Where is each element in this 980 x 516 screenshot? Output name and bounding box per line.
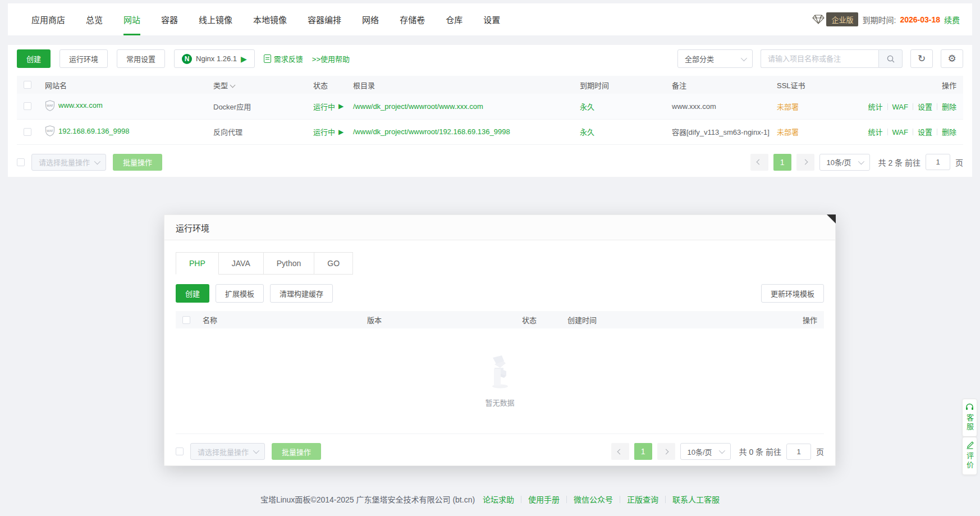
site-name-link[interactable]: WAF www.xxx.com bbox=[45, 100, 103, 111]
nav-compose[interactable]: 容器编排 bbox=[308, 3, 341, 35]
nav-app-store[interactable]: 应用商店 bbox=[31, 3, 65, 35]
modal-next-page-button[interactable] bbox=[657, 443, 675, 460]
footer-separator bbox=[665, 496, 666, 503]
table-row: WAF www.xxx.com Docker应用 运行中 ▶ /www/dk_p… bbox=[17, 94, 963, 119]
main-nav: 应用商店 总览 网站 容器 线上镜像 本地镜像 容器编排 网络 存储卷 仓库 设… bbox=[31, 3, 500, 35]
batch-select-placeholder: 请选择批量操作 bbox=[39, 157, 90, 167]
modal-select-all-checkbox[interactable] bbox=[182, 316, 190, 324]
settings-action[interactable]: 设置 bbox=[918, 103, 932, 111]
waf-action[interactable]: WAF bbox=[892, 128, 908, 136]
nav-overview[interactable]: 总览 bbox=[86, 3, 103, 35]
row-actions: 统计WAF设置删除 bbox=[837, 94, 963, 119]
modal-current-page-button[interactable]: 1 bbox=[634, 443, 652, 460]
stats-action[interactable]: 统计 bbox=[868, 103, 883, 111]
search-input[interactable] bbox=[761, 49, 878, 68]
extend-template-button[interactable]: 扩展模板 bbox=[216, 284, 264, 303]
root-dir-link[interactable]: /www/dk_project/wwwroot/192.168.69.136_9… bbox=[353, 127, 510, 136]
total-count-label: 共 2 条 前往 bbox=[878, 157, 921, 168]
runtime-tabs: PHP JAVA Python GO bbox=[176, 252, 824, 275]
settings-action[interactable]: 设置 bbox=[918, 128, 932, 136]
runtime-env-button[interactable]: 运行环境 bbox=[59, 49, 108, 68]
sort-caret-icon bbox=[230, 82, 236, 88]
table-settings-button[interactable]: ⚙ bbox=[941, 49, 963, 68]
row-checkbox[interactable] bbox=[24, 102, 31, 110]
batch-operation-button[interactable]: 批量操作 bbox=[113, 154, 162, 171]
stats-action[interactable]: 统计 bbox=[868, 128, 883, 136]
remark-value[interactable]: 容器[dify_v113_sm63-nginx-1]自 bbox=[665, 119, 770, 144]
batch-select-all-checkbox[interactable] bbox=[17, 158, 25, 166]
next-page-button[interactable] bbox=[796, 154, 814, 171]
create-site-button[interactable]: 创建 bbox=[17, 49, 51, 68]
renew-link[interactable]: 续费 bbox=[944, 14, 960, 25]
nav-website[interactable]: 网站 bbox=[123, 3, 140, 35]
col-root-dir: 根目录 bbox=[346, 76, 573, 94]
batch-operation-select[interactable]: 请选择批量操作 bbox=[31, 154, 106, 171]
site-status[interactable]: 运行中 ▶ bbox=[313, 101, 344, 112]
modal-page-size-select[interactable]: 10条/页 bbox=[680, 443, 731, 460]
goto-page-input[interactable] bbox=[926, 154, 950, 170]
customer-service-label: 客服 bbox=[964, 414, 975, 432]
site-status[interactable]: 运行中 ▶ bbox=[313, 126, 344, 137]
page-size-value: 10条/页 bbox=[827, 157, 851, 167]
category-filter-select[interactable]: 全部分类 bbox=[677, 49, 753, 68]
site-name-link[interactable]: WAF 192.168.69.136_9998 bbox=[45, 125, 130, 136]
modal-header: 运行环境 bbox=[164, 215, 835, 240]
current-page-button[interactable]: 1 bbox=[773, 154, 791, 171]
empty-text: 暂无数据 bbox=[485, 397, 514, 408]
nav-local-images[interactable]: 本地镜像 bbox=[253, 3, 287, 35]
nav-network[interactable]: 网络 bbox=[362, 3, 379, 35]
row-checkbox[interactable] bbox=[24, 128, 31, 136]
col-type[interactable]: 类型 bbox=[207, 76, 306, 94]
update-env-template-button[interactable]: 更新环境模板 bbox=[761, 284, 824, 303]
feedback-icon bbox=[264, 54, 271, 63]
website-toolbar: 创建 运行环境 常用设置 N Nginx 1.26.1 ▶ 需求反馈 >>使用帮… bbox=[17, 49, 963, 68]
search-button[interactable] bbox=[878, 49, 903, 68]
corner-fold-icon[interactable] bbox=[827, 214, 836, 223]
modal-goto-page-input[interactable] bbox=[786, 444, 811, 460]
waf-action[interactable]: WAF bbox=[892, 103, 908, 111]
waf-shield-text: WAF bbox=[47, 103, 53, 107]
footer-wechat-link[interactable]: 微信公众号 bbox=[574, 494, 613, 505]
toolbar-right-group: 全部分类 ↻ ⚙ bbox=[677, 49, 963, 68]
common-settings-button[interactable]: 常用设置 bbox=[117, 49, 165, 68]
nav-volumes[interactable]: 存储卷 bbox=[400, 3, 425, 35]
gear-icon: ⚙ bbox=[947, 53, 956, 65]
webserver-dropdown-button[interactable]: N Nginx 1.26.1 ▶ bbox=[174, 49, 255, 68]
root-dir-link[interactable]: /www/dk_project/wwwroot/www.xxx.com bbox=[353, 102, 483, 111]
footer-manual-link[interactable]: 使用手册 bbox=[528, 494, 560, 505]
help-link[interactable]: >>使用帮助 bbox=[312, 53, 350, 64]
nav-container[interactable]: 容器 bbox=[161, 3, 178, 35]
tab-php[interactable]: PHP bbox=[176, 252, 219, 275]
select-all-checkbox[interactable] bbox=[24, 81, 31, 89]
footer-license-check-link[interactable]: 正版查询 bbox=[627, 494, 658, 505]
modal-page-size-value: 10条/页 bbox=[688, 446, 712, 457]
tab-go[interactable]: GO bbox=[314, 252, 353, 275]
modal-batch-operation-button[interactable]: 批量操作 bbox=[272, 443, 321, 460]
page-size-select[interactable]: 10条/页 bbox=[819, 154, 870, 171]
customer-service-widget[interactable]: 客服 bbox=[962, 399, 977, 437]
nav-settings[interactable]: 设置 bbox=[483, 3, 500, 35]
modal-create-button[interactable]: 创建 bbox=[176, 284, 209, 303]
feedback-rating-widget[interactable]: 评价 bbox=[962, 437, 977, 475]
ssl-status[interactable]: 未部署 bbox=[770, 94, 837, 119]
nav-registry[interactable]: 仓库 bbox=[446, 3, 462, 35]
expiry-value: 永久 bbox=[573, 94, 665, 119]
footer-support-link[interactable]: 联系人工客服 bbox=[672, 494, 720, 505]
feedback-link[interactable]: 需求反馈 bbox=[264, 53, 303, 64]
delete-action[interactable]: 删除 bbox=[942, 103, 956, 111]
tab-python[interactable]: Python bbox=[263, 252, 315, 275]
modal-batch-checkbox[interactable] bbox=[176, 447, 184, 455]
col-actions: 操作 bbox=[837, 76, 963, 94]
tab-java[interactable]: JAVA bbox=[218, 252, 264, 275]
ssl-status[interactable]: 未部署 bbox=[770, 119, 837, 144]
modal-batch-operation-select[interactable]: 请选择批量操作 bbox=[190, 443, 265, 460]
remark-value[interactable]: www.xxx.com bbox=[665, 94, 770, 119]
headset-icon bbox=[965, 403, 974, 411]
refresh-button[interactable]: ↻ bbox=[910, 49, 933, 68]
prev-page-button[interactable] bbox=[750, 154, 768, 171]
footer-forum-link[interactable]: 论坛求助 bbox=[483, 494, 514, 505]
nav-online-images[interactable]: 线上镜像 bbox=[199, 3, 232, 35]
modal-prev-page-button[interactable] bbox=[611, 443, 629, 460]
clean-build-cache-button[interactable]: 清理构建缓存 bbox=[270, 284, 333, 303]
delete-action[interactable]: 删除 bbox=[942, 128, 956, 136]
